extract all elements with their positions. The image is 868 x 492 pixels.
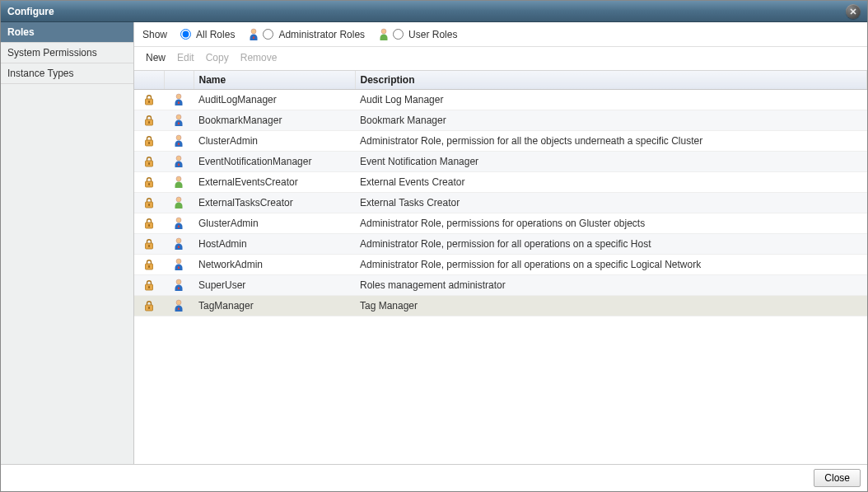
titlebar: Configure bbox=[1, 1, 867, 22]
lock-icon bbox=[143, 94, 155, 105]
filter-option-label: All Roles bbox=[196, 29, 235, 40]
col-header-type[interactable] bbox=[164, 71, 194, 90]
edit-action[interactable]: Edit bbox=[177, 52, 194, 63]
remove-action[interactable]: Remove bbox=[240, 52, 278, 63]
svg-rect-40 bbox=[148, 286, 150, 288]
table-row[interactable]: HostAdminAdministrator Role, permission … bbox=[134, 234, 867, 255]
user-role-icon bbox=[378, 28, 390, 41]
sidebar-item-roles[interactable]: Roles bbox=[1, 22, 133, 43]
admin-role-icon bbox=[173, 93, 184, 106]
role-filter-row: Show All RolesAdministrator RolesUser Ro… bbox=[134, 22, 867, 47]
cell-lock bbox=[134, 213, 164, 234]
cell-name: BookmarkManager bbox=[194, 110, 355, 131]
cell-lock bbox=[134, 90, 164, 110]
cell-type bbox=[164, 172, 194, 193]
svg-point-11 bbox=[176, 115, 181, 119]
titlebar-close-button[interactable] bbox=[846, 4, 861, 19]
cell-description: Administrator Role, permission for all o… bbox=[355, 234, 867, 255]
filter-option-all-roles[interactable]: All Roles bbox=[180, 28, 235, 41]
admin-role-icon bbox=[173, 279, 184, 292]
cell-type bbox=[164, 193, 194, 213]
admin-role-icon bbox=[173, 299, 184, 312]
filter-option-label: Administrator Roles bbox=[278, 29, 365, 40]
show-label: Show bbox=[142, 29, 167, 40]
svg-rect-3 bbox=[253, 36, 254, 39]
cell-description: Roles management administrator bbox=[355, 275, 867, 296]
cell-description: Administrator Role, permission for all o… bbox=[355, 255, 867, 275]
cell-description: Tag Manager bbox=[355, 296, 867, 316]
cell-type bbox=[164, 152, 194, 172]
col-header-lock[interactable] bbox=[134, 71, 164, 90]
cell-name: TagManager bbox=[194, 296, 355, 316]
table-row[interactable]: EventNotificationManagerEvent Notificati… bbox=[134, 152, 867, 172]
svg-point-23 bbox=[176, 176, 181, 181]
filter-radio[interactable] bbox=[263, 29, 273, 40]
lock-icon bbox=[143, 218, 155, 229]
svg-rect-8 bbox=[178, 102, 180, 105]
svg-point-2 bbox=[251, 29, 256, 34]
sidebar: RolesSystem PermissionsInstance Types bbox=[1, 22, 134, 464]
table-row[interactable]: AuditLogManagerAudit Log Manager bbox=[134, 90, 867, 110]
new-action[interactable]: New bbox=[146, 52, 166, 63]
cell-lock bbox=[134, 296, 164, 316]
sidebar-item-instance-types[interactable]: Instance Types bbox=[1, 63, 133, 84]
roles-table-wrap[interactable]: Name Description AuditLogManagerAudit Lo… bbox=[134, 70, 867, 464]
svg-point-33 bbox=[176, 238, 181, 243]
cell-description: Audit Log Manager bbox=[355, 90, 867, 110]
lock-icon bbox=[143, 115, 155, 126]
svg-rect-46 bbox=[178, 308, 180, 311]
roles-table: Name Description AuditLogManagerAudit Lo… bbox=[134, 71, 867, 316]
svg-rect-25 bbox=[148, 204, 150, 206]
cell-type bbox=[164, 275, 194, 296]
cell-lock bbox=[134, 255, 164, 275]
col-header-name[interactable]: Name bbox=[194, 71, 355, 90]
cell-description: External Tasks Creator bbox=[355, 193, 867, 213]
admin-role-icon bbox=[173, 114, 184, 127]
lock-icon bbox=[143, 135, 155, 147]
svg-rect-14 bbox=[148, 142, 150, 144]
cell-lock bbox=[134, 193, 164, 213]
table-row[interactable]: ExternalEventsCreatorExternal Events Cre… bbox=[134, 172, 867, 193]
svg-rect-10 bbox=[148, 121, 150, 124]
col-header-description[interactable]: Description bbox=[355, 71, 867, 90]
filter-radio[interactable] bbox=[180, 29, 191, 40]
cell-description: External Events Creator bbox=[355, 172, 867, 193]
admin-role-icon bbox=[173, 155, 184, 168]
table-row[interactable]: TagManagerTag Manager bbox=[134, 296, 867, 316]
filter-option-user-roles[interactable]: User Roles bbox=[378, 28, 457, 41]
table-row[interactable]: ExternalTasksCreatorExternal Tasks Creat… bbox=[134, 193, 867, 213]
admin-role-icon bbox=[173, 134, 184, 148]
svg-rect-38 bbox=[178, 267, 180, 269]
svg-rect-34 bbox=[178, 246, 180, 249]
svg-point-19 bbox=[176, 156, 181, 161]
lock-icon bbox=[143, 279, 155, 291]
admin-role-icon bbox=[173, 217, 184, 230]
main-panel: Show All RolesAdministrator RolesUser Ro… bbox=[134, 22, 867, 464]
table-row[interactable]: SuperUserRoles management administrator bbox=[134, 275, 867, 296]
cell-type bbox=[164, 255, 194, 275]
filter-option-administrator-roles[interactable]: Administrator Roles bbox=[248, 28, 365, 41]
cell-name: GlusterAdmin bbox=[194, 213, 355, 234]
svg-rect-6 bbox=[148, 101, 150, 103]
table-row[interactable]: GlusterAdminAdministrator Role, permissi… bbox=[134, 213, 867, 234]
lock-icon bbox=[143, 238, 155, 250]
svg-point-29 bbox=[176, 218, 181, 223]
lock-icon bbox=[143, 156, 155, 167]
svg-rect-32 bbox=[148, 245, 150, 247]
cell-description: Administrator Role, permission for all t… bbox=[355, 131, 867, 152]
copy-action[interactable]: Copy bbox=[206, 52, 229, 63]
svg-rect-12 bbox=[178, 123, 180, 125]
table-row[interactable]: BookmarkManagerBookmark Manager bbox=[134, 110, 867, 131]
cell-name: ExternalTasksCreator bbox=[194, 193, 355, 213]
sidebar-item-system-permissions[interactable]: System Permissions bbox=[1, 43, 133, 63]
filter-radio[interactable] bbox=[393, 29, 404, 40]
close-button[interactable]: Close bbox=[814, 469, 861, 487]
svg-point-37 bbox=[176, 259, 181, 264]
table-row[interactable]: NetworkAdminAdministrator Role, permissi… bbox=[134, 255, 867, 275]
user-role-icon bbox=[173, 196, 184, 209]
lock-icon bbox=[143, 259, 155, 270]
cell-type bbox=[164, 90, 194, 110]
table-row[interactable]: ClusterAdminAdministrator Role, permissi… bbox=[134, 131, 867, 152]
svg-point-15 bbox=[176, 135, 181, 140]
cell-lock bbox=[134, 131, 164, 152]
